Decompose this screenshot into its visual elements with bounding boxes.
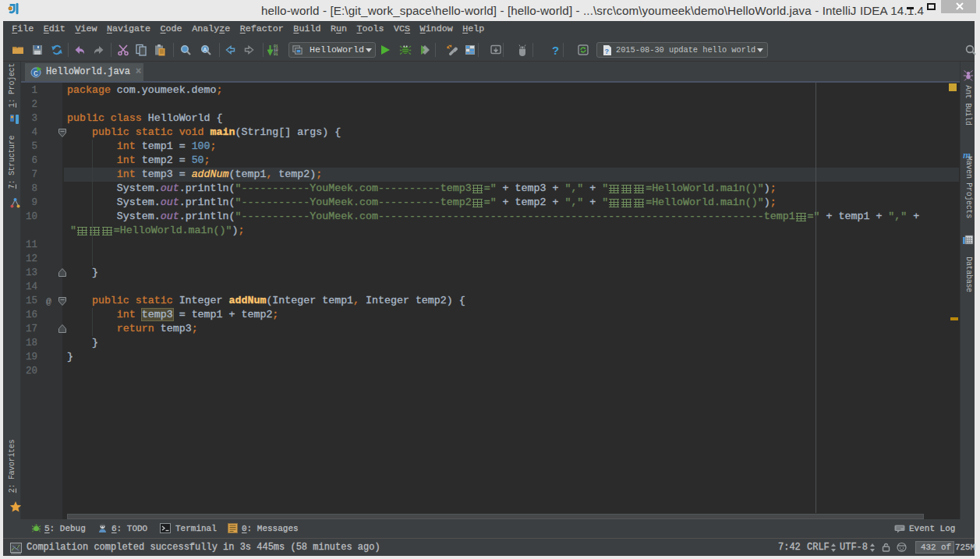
svg-text:01: 01 — [274, 52, 278, 56]
svg-text:?: ? — [605, 48, 610, 55]
svg-text:A: A — [203, 47, 207, 52]
svg-text:?: ? — [552, 44, 559, 56]
